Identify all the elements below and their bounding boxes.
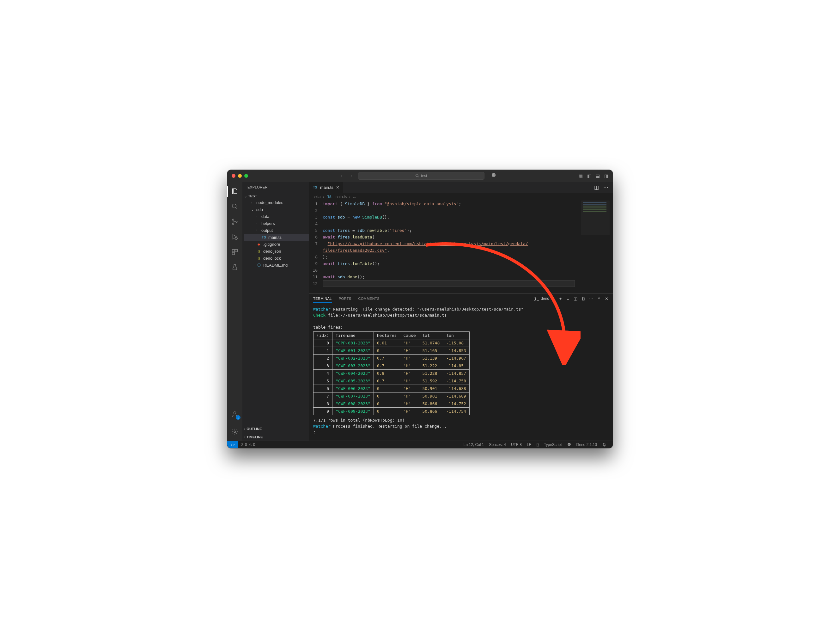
new-terminal-icon[interactable]: ＋ [559, 296, 563, 302]
activity-explorer[interactable] [227, 184, 242, 198]
copilot-icon[interactable] [491, 173, 496, 179]
tree-folder-output[interactable]: ›output [244, 227, 309, 234]
activity-extensions[interactable] [227, 245, 242, 259]
svg-point-6 [236, 221, 237, 223]
terminal-profile[interactable]: ❯_ deno ⚠ [534, 296, 555, 301]
explorer-root[interactable]: ⌄ TEST [242, 193, 309, 199]
svg-point-2 [232, 204, 236, 208]
maximize-panel-icon[interactable]: ＾ [597, 296, 601, 302]
warning-icon: ⚠ [551, 296, 555, 301]
table-row: 6"CWF-006-2023"0"H"50.901-114.688 [314, 385, 470, 392]
svg-point-12 [234, 431, 236, 433]
close-panel-icon[interactable]: ✕ [605, 296, 608, 301]
close-window-button[interactable] [232, 174, 236, 178]
status-braces[interactable]: {} [534, 443, 541, 447]
sidebar-more-icon[interactable]: ⋯ [300, 185, 304, 189]
warning-icon: ⚠ [248, 443, 252, 447]
ts-file-icon: TS [313, 186, 318, 189]
split-terminal-icon[interactable]: ◫ [573, 296, 577, 301]
fullscreen-window-button[interactable] [244, 174, 248, 178]
minimize-window-button[interactable] [238, 174, 242, 178]
sidebar: EXPLORER ⋯ ⌄ TEST ›node_modules ⌄sda ›da… [242, 182, 309, 441]
activity-source-control[interactable] [227, 215, 242, 229]
terminal-dropdown-icon[interactable]: ⌄ [566, 296, 570, 301]
chevron-right-icon: › [244, 427, 245, 431]
code-content: import { SimpleDB } from "@nshiab/simple… [323, 201, 613, 287]
svg-line-3 [236, 208, 237, 209]
status-eol[interactable]: LF [524, 443, 534, 447]
status-language[interactable]: TypeScript [541, 443, 564, 447]
terminal-table: (idx) firename hectares cause lat lon 0"… [313, 331, 470, 415]
git-file-icon: ◆ [256, 242, 261, 247]
root-name: TEST [248, 194, 257, 198]
activity-search[interactable] [227, 199, 242, 214]
status-copilot-icon[interactable] [564, 443, 574, 447]
error-icon: ⊘ [240, 443, 244, 447]
tab-strip: TS main.ts ✕ ◫ ⋯ [309, 182, 613, 193]
breadcrumbs[interactable]: sda› TS main.ts› ... [309, 193, 613, 201]
status-cursor-position[interactable]: Ln 12, Col 1 [461, 443, 487, 447]
split-editor-icon[interactable]: ◫ [594, 184, 599, 190]
editor-group: TS main.ts ✕ ◫ ⋯ sda› TS main.ts› ... 12… [309, 182, 613, 441]
status-encoding[interactable]: UTF-8 [508, 443, 524, 447]
toggle-primary-sidebar-icon[interactable]: ◧ [587, 173, 591, 178]
close-tab-icon[interactable]: ✕ [336, 185, 339, 190]
tree-file-gitignore[interactable]: ◆.gitignore [244, 241, 309, 248]
code-editor[interactable]: 123456789101112 import { SimpleDB } from… [309, 201, 613, 287]
tree-file-readme[interactable]: ⓘREADME.md [244, 261, 309, 269]
traffic-lights [232, 174, 248, 178]
tree-file-deno-json[interactable]: {}deno.json [244, 248, 309, 255]
layout-customize-icon[interactable]: ▦ [579, 173, 583, 178]
activity-testing[interactable] [227, 260, 242, 274]
chevron-right-icon: › [256, 229, 259, 232]
vscode-window: ← → test ▦ ◧ ⬓ ◨ [227, 170, 613, 448]
tree-folder-node-modules[interactable]: ›node_modules [244, 199, 309, 206]
chevron-right-icon: › [251, 201, 255, 204]
tree-file-main-ts[interactable]: TSmain.ts [244, 234, 309, 241]
ts-file-icon: TS [261, 235, 267, 239]
toggle-secondary-sidebar-icon[interactable]: ◨ [604, 173, 608, 178]
explorer-section: ⌄ TEST ›node_modules ⌄sda ›data ›helpers… [242, 193, 309, 269]
table-row: 3"CWF-003-2023"0.7"H"51.222-114.85 [314, 362, 470, 370]
file-tree: ›node_modules ⌄sda ›data ›helpers ›outpu… [242, 199, 309, 269]
svg-line-1 [418, 176, 419, 177]
chevron-right-icon: › [244, 435, 245, 439]
remote-indicator[interactable] [227, 441, 238, 448]
status-problems[interactable]: ⊘0 ⚠0 [238, 443, 258, 447]
nav-forward-icon[interactable]: → [348, 173, 353, 179]
ts-file-icon: TS [327, 195, 332, 199]
timeline-section[interactable]: ›TIMELINE [242, 432, 309, 441]
more-actions-icon[interactable]: ⋯ [589, 296, 593, 301]
panel-tab-terminal[interactable]: TERMINAL [313, 295, 332, 303]
tree-folder-data[interactable]: ›data [244, 213, 309, 220]
svg-point-4 [232, 219, 234, 220]
status-notifications-icon[interactable] [600, 443, 609, 447]
panel-tab-comments[interactable]: COMMENTS [359, 295, 379, 302]
toggle-panel-icon[interactable]: ⬓ [596, 173, 600, 178]
activity-settings[interactable] [227, 425, 242, 439]
nav-back-icon[interactable]: ← [340, 173, 345, 179]
panel-tab-ports[interactable]: PORTS [339, 295, 351, 302]
sidebar-title: EXPLORER [247, 185, 268, 189]
tab-main-ts[interactable]: TS main.ts ✕ [309, 182, 344, 193]
outline-section[interactable]: ›OUTLINE [242, 424, 309, 432]
status-deno[interactable]: Deno 2.1.10 [574, 443, 600, 447]
svg-rect-9 [235, 250, 237, 252]
activity-accounts[interactable]: 1 [227, 407, 242, 421]
status-indentation[interactable]: Spaces: 4 [487, 443, 508, 447]
tree-folder-helpers[interactable]: ›helpers [244, 220, 309, 227]
tree-file-deno-lock[interactable]: {}deno.lock [244, 255, 309, 261]
chevron-right-icon: › [256, 222, 259, 225]
activity-run-debug[interactable] [227, 230, 242, 244]
line-gutter: 123456789101112 [309, 201, 323, 287]
minimap[interactable] [581, 201, 610, 235]
more-actions-icon[interactable]: ⋯ [603, 184, 608, 190]
command-center[interactable]: test [358, 172, 484, 180]
tree-folder-sda[interactable]: ⌄sda [244, 206, 309, 213]
terminal-output[interactable]: Watcher Restarting! File change detected… [309, 304, 613, 441]
kill-terminal-icon[interactable]: 🗑 [581, 296, 585, 301]
panel: TERMINAL PORTS COMMENTS ❯_ deno ⚠ ＋ ⌄ ◫ … [309, 293, 613, 441]
svg-rect-8 [232, 250, 234, 252]
chevron-down-icon: ⌄ [251, 208, 255, 211]
activity-bar: 1 [227, 182, 242, 441]
